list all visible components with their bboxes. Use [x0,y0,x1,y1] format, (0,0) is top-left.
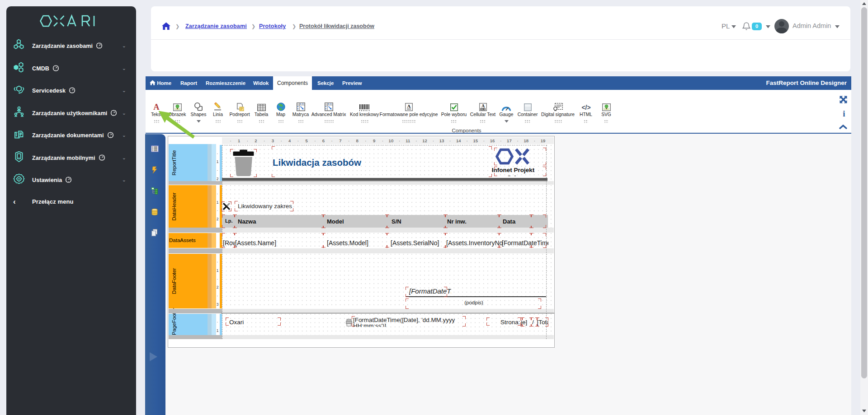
svg-text:A: A [407,103,410,109]
